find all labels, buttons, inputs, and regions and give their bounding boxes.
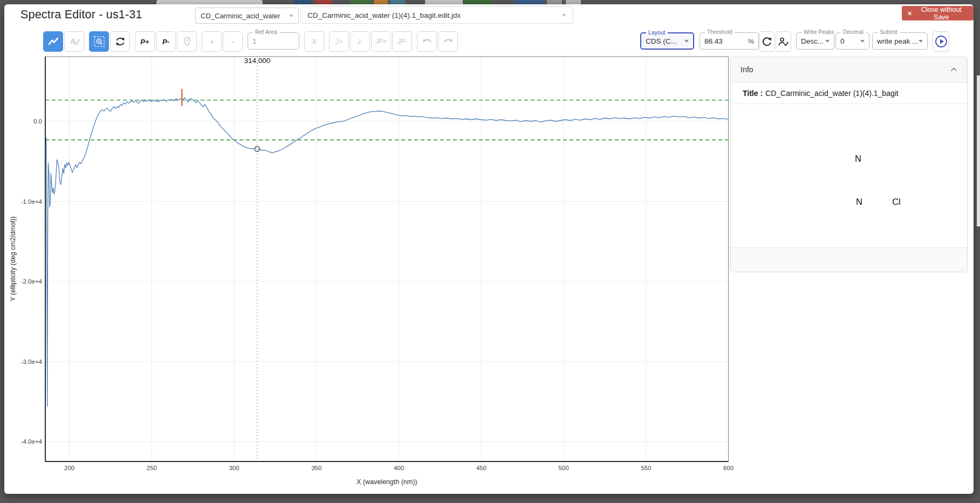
chevron-down-icon xyxy=(684,40,689,43)
write-peaks-value: Desc... xyxy=(801,37,824,45)
x-tick-label: 600 xyxy=(723,465,734,471)
file-select[interactable]: CD_Carminic_acid_water (1)(4).1_bagit.ed… xyxy=(300,6,573,24)
plot-area[interactable] xyxy=(45,57,729,461)
submit-label: Submit xyxy=(878,29,900,35)
decimal-field[interactable]: Decimal 0 xyxy=(835,32,869,50)
atom-label: N xyxy=(855,154,861,164)
close-without-save-button[interactable]: × Close without Save xyxy=(902,6,974,20)
line-chart-icon xyxy=(47,36,59,47)
spectra-editor-modal: Spectra Editor - us1-31 CD_Carminic_acid… xyxy=(4,4,974,494)
x-tick-label: 550 xyxy=(641,465,651,471)
reset-zoom-icon xyxy=(114,36,126,47)
y-tick-label: 0.0 xyxy=(33,118,42,125)
ref-area-field[interactable]: Ref Area 1 xyxy=(248,32,299,50)
y-axis-title: Y (ellipticity (deg cm2/dmol)) xyxy=(9,216,17,301)
decimal-value: 0 xyxy=(840,37,845,45)
write-peaks-label: Write Peaks xyxy=(801,29,836,35)
refresh-icon xyxy=(762,36,772,47)
x-tick-label: 250 xyxy=(147,465,157,471)
cursor-position-label: 314.000 xyxy=(244,57,270,65)
undo-icon xyxy=(422,37,433,46)
info-panel: Info Title : CD_Carminic_acid_water (1)(… xyxy=(730,57,968,272)
pin-plus-icon xyxy=(182,36,193,47)
x-tick-label: 200 xyxy=(64,465,74,471)
ref-area-label: Ref Area xyxy=(253,29,279,35)
info-title-label: Title : xyxy=(743,89,763,98)
zoom-area-icon xyxy=(93,36,105,47)
baseline-icon: A xyxy=(68,36,80,47)
x-tick-label: 400 xyxy=(394,465,404,471)
page-title: Spectra Editor - us1-31 xyxy=(20,8,142,22)
close-icon: × xyxy=(908,9,912,17)
layout-value: CDS (C... xyxy=(646,37,677,45)
spectrum-select[interactable]: CD_Carminic_acid_water xyxy=(195,8,299,24)
threshold-label: Threshold xyxy=(705,29,735,35)
x-tick-label: 500 xyxy=(558,465,568,471)
threshold-value: 86.43 xyxy=(704,37,723,45)
svg-text:A: A xyxy=(70,37,75,45)
cursor-point-marker[interactable] xyxy=(255,147,259,151)
layout-field[interactable]: Layout CDS (C... xyxy=(640,32,694,50)
info-title-value: CD_Carminic_acid_water (1)(4).1_bagit xyxy=(765,89,899,98)
info-panel-footer xyxy=(731,247,967,272)
x-tick-label: 450 xyxy=(476,465,486,471)
info-panel-header[interactable]: Info xyxy=(731,57,967,82)
y-tick-label: -3.0e+4 xyxy=(21,359,43,365)
chevron-up-icon xyxy=(950,67,957,72)
close-button-label: Close without Save xyxy=(915,6,968,21)
submit-value: write peak ... xyxy=(877,37,919,45)
layout-label: Layout xyxy=(646,30,668,36)
molecule-canvas: NNCl xyxy=(731,104,967,247)
background-window-sliver xyxy=(977,75,980,226)
redo-icon xyxy=(443,37,454,46)
submit-field[interactable]: Submit write peak ... xyxy=(872,32,928,50)
atom-label: Cl xyxy=(892,197,901,207)
y-tick-label: -1.0e+4 xyxy=(21,198,43,205)
y-tick-label: -2.0e+4 xyxy=(21,278,43,285)
chevron-down-icon xyxy=(860,40,865,43)
info-header-label: Info xyxy=(741,65,753,74)
spectrum-select-value: CD_Carminic_acid_water xyxy=(201,12,280,20)
chevron-down-icon xyxy=(562,14,566,17)
threshold-field[interactable]: Threshold 86.43 % xyxy=(700,32,759,50)
atom-label: N xyxy=(856,197,862,207)
file-select-value: CD_Carminic_acid_water (1)(4).1_bagit.ed… xyxy=(307,11,461,19)
person-check-icon xyxy=(778,37,789,47)
info-title-row: Title : CD_Carminic_acid_water (1)(4).1_… xyxy=(731,82,967,104)
chevron-down-icon xyxy=(825,40,830,43)
ref-area-value: 1 xyxy=(252,37,257,45)
threshold-unit: % xyxy=(748,37,754,45)
chevron-down-icon xyxy=(289,15,293,17)
write-peaks-field[interactable]: Write Peaks Desc... xyxy=(796,32,834,50)
play-icon xyxy=(935,35,948,48)
chevron-down-icon xyxy=(919,40,923,43)
x-tick-label: 300 xyxy=(229,465,239,471)
x-axis-title: X (wavelength (nm)) xyxy=(357,478,417,486)
x-tick-label: 350 xyxy=(311,465,321,471)
y-tick-label: -4.0e+4 xyxy=(21,438,43,445)
decimal-label: Decimal xyxy=(841,29,866,35)
